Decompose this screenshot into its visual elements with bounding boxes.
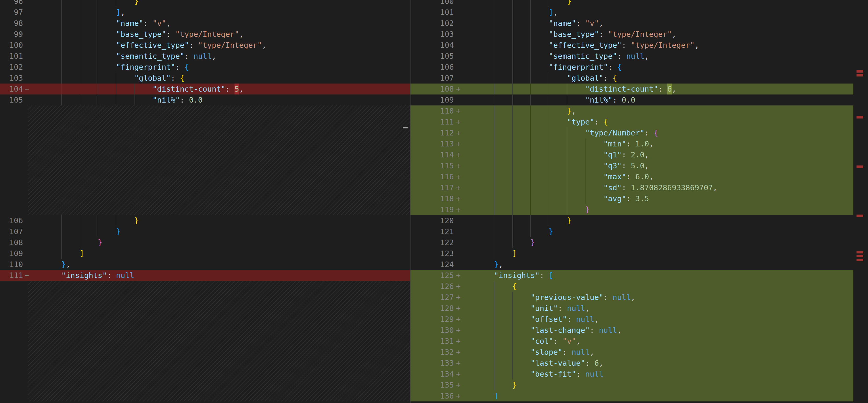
code-line[interactable]: 101"semantic_type": null,: [0, 51, 410, 62]
code-line[interactable]: 123]: [410, 248, 854, 259]
line-number[interactable]: 96: [0, 0, 23, 7]
line-number[interactable]: 98: [0, 18, 23, 29]
line-number[interactable]: 134: [410, 369, 454, 379]
line-number[interactable]: 108: [410, 83, 454, 95]
code-line[interactable]: 116+"max": 6.0,: [410, 171, 854, 182]
code-line[interactable]: 109]: [0, 248, 410, 259]
line-number[interactable]: 102: [410, 18, 454, 29]
code-line[interactable]: 122}: [410, 237, 854, 248]
line-number[interactable]: 97: [0, 7, 23, 18]
code-line[interactable]: 126+{: [410, 281, 854, 292]
line-number[interactable]: 102: [0, 62, 23, 73]
line-number[interactable]: 107: [0, 226, 23, 237]
line-number[interactable]: 100: [0, 40, 23, 51]
line-number[interactable]: 121: [410, 226, 454, 237]
line-number[interactable]: 112: [410, 127, 454, 138]
code-line[interactable]: 129+"offset": null,: [410, 314, 854, 325]
code-line[interactable]: 112}: [0, 401, 410, 403]
line-number[interactable]: 103: [0, 73, 23, 83]
line-number[interactable]: 101: [410, 7, 454, 18]
line-number[interactable]: 129: [410, 314, 454, 325]
code-line[interactable]: 104"effective_type": "type/Integer",: [410, 40, 854, 51]
line-number[interactable]: 113: [410, 138, 454, 149]
code-line[interactable]: 102"fingerprint": {: [0, 62, 410, 73]
code-line[interactable]: 108}: [0, 237, 410, 248]
line-number[interactable]: 111: [0, 270, 23, 281]
code-line[interactable]: 107"global": {: [410, 73, 854, 83]
code-line[interactable]: 103"base_type": "type/Integer",: [410, 29, 854, 40]
code-line[interactable]: 120}: [410, 215, 854, 226]
code-line[interactable]: 99"base_type": "type/Integer",: [0, 29, 410, 40]
scrollbar-handle[interactable]: [403, 127, 408, 128]
line-number[interactable]: 108: [0, 237, 23, 248]
code-line[interactable]: 110+},: [410, 105, 854, 116]
code-line[interactable]: 114+"q1": 2.0,: [410, 149, 854, 160]
code-line[interactable]: 113+"min": 1.0,: [410, 138, 854, 149]
line-number[interactable]: 105: [410, 51, 454, 62]
line-number[interactable]: 137: [410, 401, 454, 403]
line-number[interactable]: 133: [410, 358, 454, 369]
line-number[interactable]: 99: [0, 29, 23, 40]
code-line[interactable]: 109"nil%": 0.0: [410, 95, 854, 105]
code-line[interactable]: 115+"q3": 5.0,: [410, 160, 854, 171]
code-line[interactable]: 136+]: [410, 391, 854, 401]
code-line[interactable]: 100}: [410, 0, 854, 7]
code-line[interactable]: 97],: [0, 7, 410, 18]
line-number[interactable]: 136: [410, 391, 454, 401]
code-line[interactable]: 137}: [410, 401, 854, 403]
code-line[interactable]: 105"semantic_type": null,: [410, 51, 854, 62]
line-number[interactable]: 128: [410, 303, 454, 314]
code-line[interactable]: 131+"col": "v",: [410, 336, 854, 347]
line-number[interactable]: 126: [410, 281, 454, 292]
line-number[interactable]: 122: [410, 237, 454, 248]
code-line[interactable]: 110},: [0, 259, 410, 270]
line-number[interactable]: 115: [410, 160, 454, 171]
line-number[interactable]: 114: [410, 149, 454, 160]
line-number[interactable]: 105: [0, 95, 23, 105]
code-line[interactable]: 106}: [0, 215, 410, 226]
line-number[interactable]: 106: [0, 215, 23, 226]
line-number[interactable]: 131: [410, 336, 454, 347]
code-line[interactable]: 100"effective_type": "type/Integer",: [0, 40, 410, 51]
line-number[interactable]: 119: [410, 204, 454, 215]
line-number[interactable]: 123: [410, 248, 454, 259]
line-number[interactable]: 101: [0, 51, 23, 62]
code-line[interactable]: 108+"distinct-count": 6,: [410, 83, 854, 95]
code-line[interactable]: 130+"last-change": null,: [410, 325, 854, 336]
code-line[interactable]: 128+"unit": null,: [410, 303, 854, 314]
code-line[interactable]: 112+"type/Number": {: [410, 127, 854, 138]
code-line[interactable]: 98"name": "v",: [0, 18, 410, 29]
code-line[interactable]: 117+"sd": 1.8708286933869707,: [410, 182, 854, 193]
line-number[interactable]: 103: [410, 29, 454, 40]
code-line[interactable]: 121}: [410, 226, 854, 237]
code-line[interactable]: 111−"insights": null: [0, 270, 410, 281]
code-line[interactable]: 105"nil%": 0.0: [0, 95, 410, 105]
line-number[interactable]: 110: [410, 105, 454, 116]
code-line[interactable]: 106"fingerprint": {: [410, 62, 854, 73]
line-number[interactable]: 111: [410, 116, 454, 127]
code-line[interactable]: 132+"slope": null,: [410, 347, 854, 358]
line-number[interactable]: 116: [410, 171, 454, 182]
line-number[interactable]: 109: [0, 248, 23, 259]
line-number[interactable]: 124: [410, 259, 454, 270]
line-number[interactable]: 112: [0, 401, 23, 403]
line-number[interactable]: 104: [0, 83, 23, 95]
overview-ruler[interactable]: [854, 0, 868, 403]
line-number[interactable]: 118: [410, 193, 454, 204]
code-line[interactable]: 135+}: [410, 379, 854, 391]
line-number[interactable]: 109: [410, 95, 454, 105]
line-number[interactable]: 132: [410, 347, 454, 358]
line-number[interactable]: 130: [410, 325, 454, 336]
line-number[interactable]: 107: [410, 73, 454, 83]
code-line[interactable]: 124},: [410, 259, 854, 270]
line-number[interactable]: 125: [410, 270, 454, 281]
code-line[interactable]: 104−"distinct-count": 5,: [0, 83, 410, 95]
code-line[interactable]: 127+"previous-value": null,: [410, 292, 854, 303]
code-line[interactable]: 107}: [0, 226, 410, 237]
code-line[interactable]: 96}: [0, 0, 410, 7]
line-number[interactable]: 104: [410, 40, 454, 51]
code-line[interactable]: 119+}: [410, 204, 854, 215]
line-number[interactable]: 117: [410, 182, 454, 193]
code-line[interactable]: 102"name": "v",: [410, 18, 854, 29]
code-line[interactable]: 101],: [410, 7, 854, 18]
